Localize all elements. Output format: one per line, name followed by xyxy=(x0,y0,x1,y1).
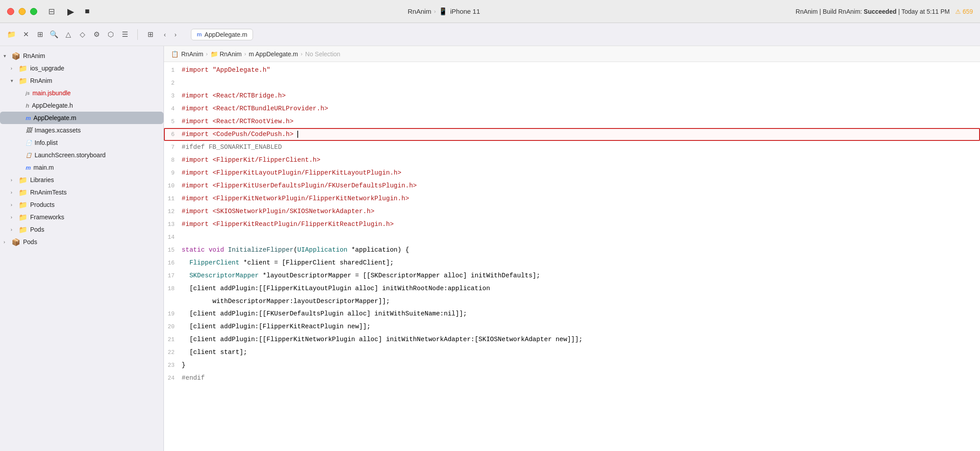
sidebar-item-ios-upgrade[interactable]: › 📁 ios_upgrade xyxy=(0,62,163,74)
device-icon: 📱 xyxy=(439,7,447,16)
chevron-right-icon: › xyxy=(11,66,16,71)
sidebar-item-images-xcassets[interactable]: 🖼 Images.xcassets xyxy=(0,124,163,136)
bc-rnanim-folder[interactable]: 📁 RnAnim xyxy=(210,51,242,58)
title-chevron: › xyxy=(434,8,436,15)
sidebar-item-appdelegate-m[interactable]: m AppDelegate.m xyxy=(0,112,163,124)
title-bar: ⊟ ▶ ■ RnAnim › 📱 iPhone 11 RnAnim | Buil… xyxy=(0,0,980,23)
sidebar: ▾ 📦 RnAnim › 📁 ios_upgrade ▾ 📁 RnAnim js… xyxy=(0,46,164,451)
file-icon: m xyxy=(26,115,31,121)
code-line-16: 16 FlipperClient *client = [FlipperClien… xyxy=(164,257,980,269)
code-line-9: 9 #import <FlipperKitLayoutPlugin/Flippe… xyxy=(164,167,980,179)
sidebar-item-label: Info.plist xyxy=(35,139,58,146)
playback-controls: ▶ ■ xyxy=(66,7,92,16)
breakpoints-icon[interactable]: ⬡ xyxy=(105,28,117,41)
nav-arrows: ‹ › xyxy=(160,30,180,39)
sidebar-item-label: AppDelegate.m xyxy=(34,114,77,121)
warning-badge[interactable]: ⚠ 659 xyxy=(955,8,973,15)
sidebar-item-label: Libraries xyxy=(30,176,54,183)
source-control-icon[interactable]: ✕ xyxy=(19,28,32,41)
chevron-down-icon: ▾ xyxy=(11,78,16,84)
traffic-lights xyxy=(7,8,37,15)
code-line-2: 2 xyxy=(164,77,980,89)
chevron-right-icon: › xyxy=(11,227,16,232)
sidebar-item-rnanimtests[interactable]: › 📁 RnAnimTests xyxy=(0,186,163,198)
sidebar-item-label: Products xyxy=(30,201,54,208)
maximize-button[interactable] xyxy=(30,8,37,15)
sidebar-item-info-plist[interactable]: 📄 Info.plist xyxy=(0,136,163,149)
sidebar-item-label: Pods xyxy=(30,226,44,233)
back-arrow[interactable]: ‹ xyxy=(160,30,170,39)
sidebar-item-label: Pods xyxy=(23,238,37,245)
code-line-12: 12 #import <SKIOSNetworkPlugin/SKIOSNetw… xyxy=(164,205,980,218)
tab-filename: AppDelegate.m xyxy=(205,31,248,38)
tab-bar: m AppDelegate.m xyxy=(191,29,975,40)
folder-icon: 📁 xyxy=(19,201,27,209)
code-line-22: 22 [client start]; xyxy=(164,346,980,359)
code-line-20: 20 [client addPlugin:[FlipperKitReactPlu… xyxy=(164,320,980,333)
chevron-down-icon: ▾ xyxy=(4,53,9,59)
sidebar-item-products[interactable]: › 📁 Products xyxy=(0,198,163,211)
code-line-14: 14 xyxy=(164,231,980,244)
sidebar-item-label: ios_upgrade xyxy=(30,65,64,72)
code-line-13: 13 #import <FlipperKitReactPlugin/Flippe… xyxy=(164,218,980,231)
sidebar-toggle[interactable]: ⊟ xyxy=(46,6,57,17)
sidebar-item-libraries[interactable]: › 📁 Libraries xyxy=(0,174,163,186)
close-button[interactable] xyxy=(7,8,14,15)
sidebar-item-rnanim-root[interactable]: ▾ 📦 RnAnim xyxy=(0,50,163,62)
project-name: RnAnim xyxy=(408,8,431,15)
sidebar-item-appdelegate-h[interactable]: h AppDelegate.h xyxy=(0,99,163,112)
sidebar-item-label: main.m xyxy=(34,164,54,171)
file-icon: m xyxy=(26,164,31,171)
code-line-1: 1 #import "AppDelegate.h" xyxy=(164,64,980,77)
grid-view-icon[interactable]: ⊞ xyxy=(144,28,156,41)
code-line-24: 24 #endif xyxy=(164,372,980,385)
sidebar-item-label: RnAnim xyxy=(23,52,45,59)
sidebar-item-launchscreen[interactable]: 📋 LaunchScreen.storyboard xyxy=(0,149,163,161)
issues-icon[interactable]: ⊞ xyxy=(34,28,46,41)
toolbar-left-icons: 📁 ✕ ⊞ 🔍 △ ◇ ⚙ ⬡ ☰ xyxy=(5,28,131,41)
stop-button[interactable]: ■ xyxy=(82,7,92,16)
play-button[interactable]: ▶ xyxy=(66,7,75,16)
bc-file[interactable]: m AppDelegate.m xyxy=(249,51,298,58)
folder-icon: 📁 xyxy=(19,64,27,73)
code-line-17: 17 SKDescriptorMapper *layoutDescriptorM… xyxy=(164,269,980,282)
bc-icon: 📋 xyxy=(171,51,179,58)
sidebar-item-pods-root[interactable]: › 📦 Pods xyxy=(0,236,163,248)
bc-chevron: › xyxy=(244,51,246,57)
code-editor[interactable]: 1 #import "AppDelegate.h" 2 3 #import <R… xyxy=(164,62,980,451)
sidebar-item-label: LaunchScreen.storyboard xyxy=(35,152,105,159)
folder-icon: 📁 xyxy=(19,176,27,184)
report-icon[interactable]: ☰ xyxy=(119,28,131,41)
sidebar-item-mainjsbundle[interactable]: js main.jsbundle xyxy=(0,87,163,99)
folder-icon: 📁 xyxy=(19,188,27,197)
sidebar-item-main-m[interactable]: m main.m xyxy=(0,161,163,174)
build-info: RnAnim | Build RnAnim: Succeeded | Today… xyxy=(796,8,973,15)
bookmark-icon[interactable]: ◇ xyxy=(76,28,89,41)
sidebar-item-label: Frameworks xyxy=(30,214,64,221)
bc-rnanim[interactable]: RnAnim xyxy=(181,51,203,58)
code-line-5: 5 #import <React/RCTRootView.h> xyxy=(164,115,980,128)
sidebar-item-rnanim-folder[interactable]: ▾ 📁 RnAnim xyxy=(0,74,163,87)
bc-chevron: › xyxy=(206,51,208,57)
search-icon[interactable]: 🔍 xyxy=(48,28,60,41)
sidebar-item-frameworks[interactable]: › 📁 Frameworks xyxy=(0,211,163,223)
code-line-11: 11 #import <FlipperKitNetworkPlugin/Flip… xyxy=(164,192,980,205)
sidebar-item-label: main.jsbundle xyxy=(32,89,70,97)
minimize-button[interactable] xyxy=(19,8,26,15)
toolbar: 📁 ✕ ⊞ 🔍 △ ◇ ⚙ ⬡ ☰ ⊞ ‹ › m AppDelegate.m xyxy=(0,23,980,46)
folder-icon: 📦 xyxy=(12,238,20,246)
warning-icon: ⚠ xyxy=(955,8,961,15)
forward-arrow[interactable]: › xyxy=(171,30,180,39)
active-tab[interactable]: m AppDelegate.m xyxy=(191,29,253,40)
warning-count: 659 xyxy=(963,8,973,15)
sidebar-item-label: RnAnimTests xyxy=(30,189,66,196)
warnings-icon[interactable]: △ xyxy=(62,28,74,41)
code-line-19: 19 [client addPlugin:[[FKUserDefaultsPlu… xyxy=(164,307,980,320)
environment-icon[interactable]: ⚙ xyxy=(90,28,103,41)
code-line-3: 3 #import <React/RCTBridge.h> xyxy=(164,89,980,102)
toolbar-divider xyxy=(137,29,138,40)
project-navigator-icon[interactable]: 📁 xyxy=(5,28,18,41)
sidebar-item-label: Images.xcassets xyxy=(35,127,81,134)
file-icon: h xyxy=(26,102,29,109)
sidebar-item-pods-sub[interactable]: › 📁 Pods xyxy=(0,223,163,236)
